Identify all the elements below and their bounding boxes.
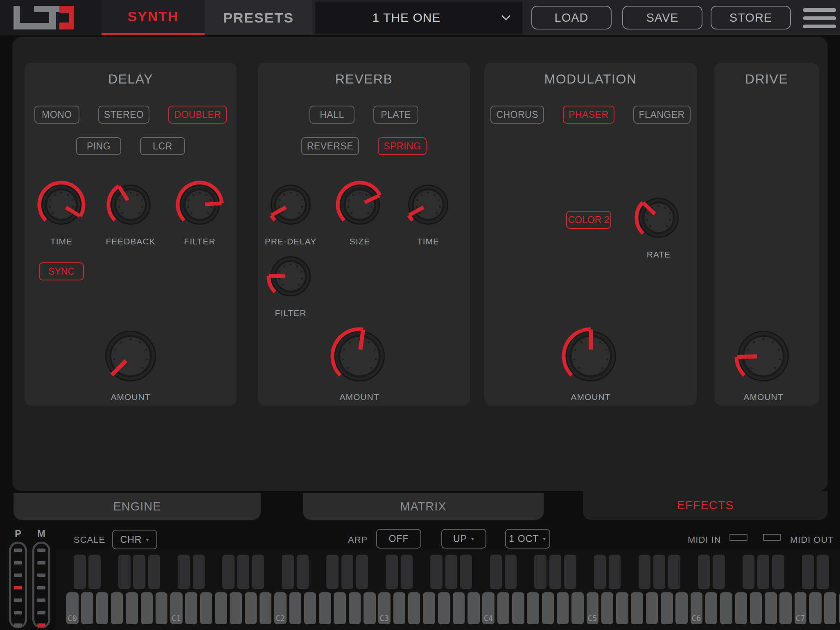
white-key[interactable] (646, 592, 658, 624)
white-key[interactable] (779, 592, 792, 624)
white-key[interactable] (765, 592, 777, 624)
black-key[interactable] (326, 555, 339, 589)
mode-button-chorus[interactable]: CHORUS (490, 106, 544, 124)
white-key[interactable] (616, 592, 628, 624)
white-key[interactable] (720, 592, 732, 624)
white-key[interactable] (319, 592, 331, 624)
reverb-pre-delay-knob[interactable] (264, 178, 318, 233)
black-key[interactable] (802, 555, 814, 589)
white-key[interactable] (260, 592, 272, 624)
toggle-button-sync[interactable]: SYNC (39, 262, 84, 280)
mode-button-spring[interactable]: SPRING (378, 137, 427, 155)
white-key[interactable] (200, 592, 212, 624)
tab-engine[interactable]: ENGINE (14, 493, 261, 520)
white-key[interactable] (453, 592, 465, 624)
color-mode-button[interactable]: COLOR 2 (566, 211, 611, 229)
black-key[interactable] (341, 555, 354, 589)
black-key[interactable] (594, 555, 606, 589)
white-key[interactable] (705, 592, 718, 624)
mode-button-plate[interactable]: PLATE (373, 106, 418, 124)
preset-selector[interactable]: 1 THE ONE (315, 2, 522, 34)
mode-button-ping[interactable]: PING (76, 137, 121, 155)
white-key[interactable] (245, 592, 257, 624)
white-key[interactable] (482, 592, 495, 624)
black-key[interactable] (445, 555, 458, 589)
save-button[interactable]: SAVE (622, 6, 702, 29)
hamburger-menu-icon[interactable] (803, 7, 836, 29)
white-key[interactable] (334, 592, 346, 624)
load-button[interactable]: LOAD (531, 6, 612, 29)
black-key[interactable] (133, 555, 145, 589)
modulation-rate-knob[interactable] (632, 191, 686, 246)
white-key[interactable] (111, 592, 123, 624)
tab-synth[interactable]: SYNTH (102, 0, 205, 35)
arp-octave-select[interactable]: 1 OCT ▾ (505, 529, 550, 549)
white-key[interactable] (467, 592, 480, 624)
white-key[interactable] (423, 592, 435, 624)
black-key[interactable] (460, 555, 472, 589)
black-key[interactable] (549, 555, 562, 589)
black-key[interactable] (713, 555, 725, 589)
white-key[interactable] (497, 592, 510, 624)
white-key[interactable] (185, 592, 197, 624)
black-key[interactable] (193, 555, 205, 589)
white-key[interactable] (527, 592, 539, 624)
mode-button-hall[interactable]: HALL (309, 106, 355, 124)
black-key[interactable] (698, 555, 710, 589)
mode-button-reverse[interactable]: REVERSE (301, 137, 359, 155)
store-button[interactable]: STORE (711, 6, 791, 29)
white-key[interactable] (438, 592, 450, 624)
black-key[interactable] (386, 555, 398, 589)
black-key[interactable] (282, 555, 294, 589)
arp-direction-select[interactable]: UP ▾ (441, 529, 486, 549)
black-key[interactable] (757, 555, 770, 589)
delay-feedback-knob[interactable] (104, 178, 158, 233)
white-key[interactable] (824, 592, 836, 624)
delay-time-knob[interactable] (34, 178, 88, 233)
black-key[interactable] (74, 555, 86, 589)
black-key[interactable] (237, 555, 249, 589)
white-key[interactable] (289, 592, 302, 624)
white-key[interactable] (364, 592, 376, 624)
black-key[interactable] (505, 555, 517, 589)
white-key[interactable] (735, 592, 747, 624)
white-key[interactable] (230, 592, 242, 624)
black-key[interactable] (88, 555, 101, 589)
arp-toggle-button[interactable]: OFF (376, 529, 421, 549)
white-key[interactable] (378, 592, 391, 624)
white-key[interactable] (274, 592, 287, 624)
black-key[interactable] (668, 555, 680, 589)
black-key[interactable] (653, 555, 666, 589)
tab-presets[interactable]: PRESETS (205, 0, 312, 35)
reverb-time-knob[interactable] (401, 178, 455, 233)
white-key[interactable] (571, 592, 584, 624)
black-key[interactable] (118, 555, 131, 589)
reverb-size-knob[interactable] (333, 178, 387, 233)
white-key[interactable] (691, 592, 703, 624)
white-key[interactable] (81, 592, 93, 624)
delay-amount-knob[interactable] (99, 325, 162, 389)
mod-wheel-slider[interactable] (32, 542, 50, 628)
black-key[interactable] (178, 555, 190, 589)
tab-matrix[interactable]: MATRIX (303, 493, 544, 520)
mode-button-stereo[interactable]: STEREO (98, 106, 150, 124)
mode-button-lcr[interactable]: LCR (140, 137, 185, 155)
white-key[interactable] (557, 592, 569, 624)
white-key[interactable] (587, 592, 599, 624)
black-key[interactable] (534, 555, 546, 589)
mode-button-doubler[interactable]: DOUBLER (168, 106, 227, 124)
drive-amount-knob[interactable] (732, 325, 795, 389)
tab-effects[interactable]: EFFECTS (583, 491, 828, 520)
black-key[interactable] (564, 555, 576, 589)
black-key[interactable] (148, 555, 160, 589)
mode-button-flanger[interactable]: FLANGER (633, 106, 691, 124)
black-key[interactable] (743, 555, 755, 589)
pitch-wheel-slider[interactable] (9, 542, 27, 628)
reverb-filter-knob[interactable] (264, 249, 318, 305)
modulation-amount-knob[interactable] (560, 325, 622, 389)
white-key[interactable] (126, 592, 138, 624)
white-key[interactable] (795, 592, 807, 624)
white-key[interactable] (141, 592, 153, 624)
black-key[interactable] (639, 555, 651, 589)
white-key[interactable] (66, 592, 79, 624)
